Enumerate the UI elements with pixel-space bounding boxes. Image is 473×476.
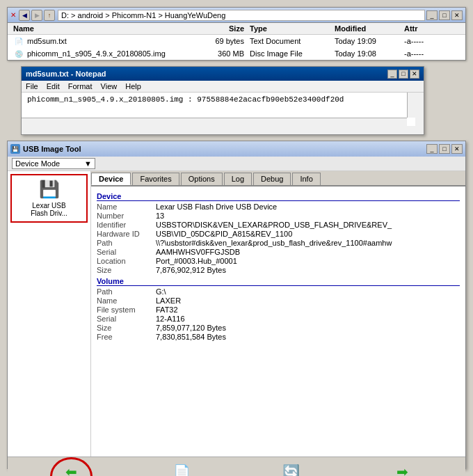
volume-section-header: Volume [97, 277, 460, 286]
notepad-minimize[interactable]: _ [387, 70, 397, 79]
col-size-header: Size [175, 24, 244, 33]
notepad-content[interactable]: phicomm_n1_s905_4.9.x_20180805.img : 975… [22, 93, 424, 134]
info-label-vol-path: Path [97, 287, 156, 296]
notepad-close[interactable]: ✕ [410, 70, 419, 79]
info-row-location: Location Port_#0003.Hub_#0001 [97, 257, 460, 265]
notepad-menu-view[interactable]: View [101, 82, 118, 90]
tabs-bar: Device Favorites Options Log Debug Info [91, 171, 465, 187]
info-label-identifier: Identifier [97, 221, 156, 229]
bottom-action-bar: ⬅ Restore 📄 Reset 🔄 Rescan ➡ Backup [8, 457, 465, 476]
explorer-titlebar: ✕ ◀ ▶ ↑ D: > android > Phicomm-N1 > Huan… [8, 8, 465, 23]
info-row-filesystem: File system FAT32 [97, 306, 460, 314]
img-file-icon: 💿 [13, 49, 24, 58]
tab-device[interactable]: Device [91, 173, 131, 185]
info-row-size-d: Size 7,876,902,912 Bytes [97, 266, 460, 274]
info-value-size-d: 7,876,902,912 Bytes [156, 266, 460, 274]
info-row-identifier: Identifier USBSTOR\DISK&VEN_LEXAR&PROD_U… [97, 221, 460, 229]
info-row-vol-size: Size 7,859,077,120 Bytes [97, 324, 460, 332]
device-mode-select[interactable]: Device Mode ▼ [12, 158, 95, 169]
notepad-window: md5sum.txt - Notepad _ □ ✕ File Edit For… [21, 66, 424, 135]
back-button[interactable]: ◀ [19, 10, 30, 21]
restore-icon: ⬅ [65, 463, 77, 476]
breadcrumb-text: D: > android > Phicomm-N1 > HuangYeWuDen… [61, 11, 225, 19]
file-type-img: Disc Image File [244, 49, 335, 58]
breadcrumb-bar: D: > android > Phicomm-N1 > HuangYeWuDen… [58, 10, 425, 21]
info-label-serial: Serial [97, 248, 156, 256]
notepad-menu-help[interactable]: Help [125, 82, 141, 90]
device-item-lexar[interactable]: 💾 Lexar USBFlash Driv... [10, 174, 88, 223]
info-value-vol-name: LAXER [156, 296, 460, 305]
info-value-number: 13 [156, 212, 460, 220]
tab-info[interactable]: Info [292, 173, 320, 185]
info-label-number: Number [97, 212, 156, 220]
usb-minimize[interactable]: _ [426, 144, 438, 154]
notepad-menubar: File Edit Format View Help [22, 81, 424, 93]
restore-button[interactable]: ⬅ Restore [50, 457, 93, 476]
file-mod-img: Today 19:08 [335, 49, 404, 58]
col-modified-header: Modified [335, 24, 404, 33]
info-row-number: Number 13 [97, 212, 460, 220]
file-attr-img: -a----- [404, 49, 446, 58]
minimize-button[interactable]: _ [426, 10, 438, 20]
info-label-filesystem: File system [97, 306, 156, 314]
notepad-title: md5sum.txt - Notepad [26, 70, 106, 78]
tab-debug[interactable]: Debug [253, 173, 291, 185]
tab-favorites[interactable]: Favorites [132, 173, 179, 185]
backup-button[interactable]: ➡ Backup [383, 461, 422, 476]
close-button[interactable]: ✕ [451, 10, 463, 20]
device-panel: 💾 Lexar USBFlash Driv... [8, 171, 91, 457]
device-item-icon: 💾 [39, 180, 60, 199]
file-mod-txt: Today 19:09 [335, 37, 404, 45]
notepad-menu-format[interactable]: Format [68, 82, 93, 90]
forward-button[interactable]: ▶ [31, 10, 42, 21]
usb-window: 💾 USB Image Tool _ □ ✕ Device Mode ▼ 💾 L… [7, 141, 466, 469]
device-mode-label: Device Mode [15, 159, 60, 168]
col-attr-header: Attr [404, 24, 446, 33]
info-value-vol-size: 7,859,077,120 Bytes [156, 324, 460, 332]
info-value-hwid: USB\VID_05DC&PID_A815&REV_1100 [156, 230, 460, 238]
info-row-vol-path: Path G:\ [97, 287, 460, 296]
info-row-vol-name: Name LAXER [97, 296, 460, 305]
tab-log[interactable]: Log [224, 173, 252, 185]
backup-icon: ➡ [396, 463, 408, 476]
device-section-header: Device [97, 192, 460, 201]
tab-options[interactable]: Options [181, 173, 223, 185]
file-type-txt: Text Document [244, 37, 335, 45]
usb-close[interactable]: ✕ [451, 144, 463, 154]
info-label-vol-size: Size [97, 324, 156, 332]
close-icon[interactable]: ✕ [10, 11, 16, 19]
info-value-location: Port_#0003.Hub_#0001 [156, 257, 460, 265]
info-row-path: Path \\?\usbstor#disk&ven_lexar&prod_usb… [97, 239, 460, 247]
info-row-hwid: Hardware ID USB\VID_05DC&PID_A815&REV_11… [97, 230, 460, 238]
usb-maximize[interactable]: □ [439, 144, 450, 154]
file-size-img: 360 MB [175, 49, 244, 58]
notepad-menu-edit[interactable]: Edit [47, 82, 60, 90]
file-name-txt: md5sum.txt [27, 37, 67, 45]
notepad-titlebar: md5sum.txt - Notepad _ □ ✕ [22, 67, 424, 81]
info-label-size-d: Size [97, 266, 156, 274]
file-name-img: phicomm_n1_s905_4.9.x_20180805.img [27, 49, 166, 58]
notepad-maximize[interactable]: □ [399, 70, 408, 79]
notepad-scrollbar-horizontal[interactable] [22, 118, 407, 126]
device-info-content: Device Name Lexar USB Flash Drive USB De… [91, 187, 465, 344]
info-label-path: Path [97, 239, 156, 247]
info-label-hwid: Hardware ID [97, 230, 156, 238]
info-label-location: Location [97, 257, 156, 265]
usb-body: 💾 Lexar USBFlash Driv... Device Favorite… [8, 171, 465, 457]
info-row-vol-free: Free 7,830,851,584 Bytes [97, 333, 460, 341]
info-value-vol-free: 7,830,851,584 Bytes [156, 333, 460, 341]
file-row-txt[interactable]: 📄 md5sum.txt 69 bytes Text Document Toda… [8, 35, 465, 47]
explorer-window: ✕ ◀ ▶ ↑ D: > android > Phicomm-N1 > Huan… [7, 7, 466, 61]
info-label-name: Name [97, 203, 156, 211]
notepad-menu-file[interactable]: File [26, 82, 38, 90]
file-size-txt: 69 bytes [175, 37, 244, 45]
info-value-filesystem: FAT32 [156, 306, 460, 314]
up-button[interactable]: ↑ [44, 10, 55, 21]
rescan-button[interactable]: 🔄 Rescan [271, 461, 311, 476]
notepad-scrollbar-vertical[interactable] [407, 93, 415, 118]
file-row-img[interactable]: 💿 phicomm_n1_s905_4.9.x_20180805.img 360… [8, 47, 465, 60]
maximize-button[interactable]: □ [439, 10, 450, 20]
col-name-header: Name [8, 24, 175, 33]
usb-toolbar: Device Mode ▼ [8, 157, 465, 171]
reset-button[interactable]: 📄 Reset [164, 461, 199, 476]
